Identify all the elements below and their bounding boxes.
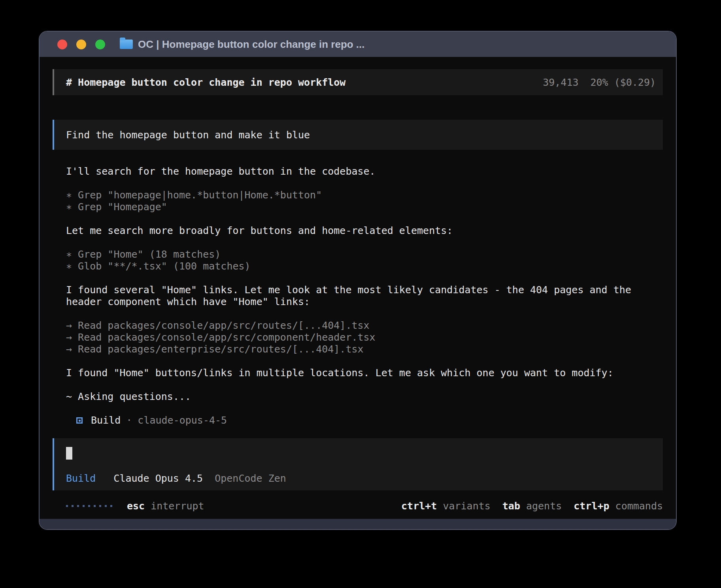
- tool-call-read: → Read packages/console/app/src/componen…: [66, 332, 643, 343]
- shortcut-group: ctrl+p commands: [574, 500, 663, 512]
- assistant-text: I found "Home" buttons/links in multiple…: [66, 367, 643, 379]
- close-button[interactable]: [57, 40, 67, 49]
- agent-separator: ·: [126, 415, 132, 426]
- spinner-dot: [105, 505, 107, 507]
- context-percent: 20%: [590, 77, 608, 88]
- window-footer: [40, 519, 676, 529]
- input-provider-label: OpenCode Zen: [215, 473, 286, 484]
- spinner-dot: [88, 505, 90, 507]
- zoom-button[interactable]: [95, 40, 105, 49]
- spinner-dots: [66, 505, 112, 507]
- session-title: # Homepage button color change in repo w…: [66, 77, 543, 88]
- shortcut-esc-label: interrupt: [151, 500, 204, 512]
- session-header: # Homepage button color change in repo w…: [53, 69, 663, 95]
- tool-call-grep: ∗ Grep "Homepage": [66, 201, 643, 213]
- input-mode-label[interactable]: Build: [66, 473, 96, 484]
- status-line: ~ Asking questions...: [66, 391, 643, 403]
- statusbar-right: ctrl+t variants tab agents ctrl+p comman…: [389, 500, 663, 512]
- spinner-dot: [94, 505, 96, 507]
- input-model-label[interactable]: Claude Opus 4.5: [113, 473, 203, 484]
- token-count: 39,413: [543, 77, 578, 88]
- spinner-dot: [99, 505, 101, 507]
- shortcut-group: tab agents: [502, 500, 562, 512]
- shortcut-ctrl-t: ctrl+t: [401, 500, 437, 512]
- terminal-content: # Homepage button color change in repo w…: [40, 57, 676, 512]
- spinner-dot: [83, 505, 85, 507]
- assistant-text: I found several "Home" links. Let me loo…: [66, 284, 643, 308]
- window-titlebar[interactable]: OC | Homepage button color change in rep…: [40, 32, 676, 57]
- shortcut-group: ctrl+t variants: [401, 500, 491, 512]
- status-bar: esc interrupt ctrl+t variants tab agents…: [53, 500, 663, 512]
- agent-badge: Build · claude-opus-4-5: [66, 415, 643, 426]
- user-message-text: Find the homepage button and make it blu…: [66, 129, 310, 141]
- build-agent-icon: [76, 417, 83, 424]
- shortcut-tab: tab: [502, 500, 520, 512]
- shortcut-ctrl-p: ctrl+p: [574, 500, 609, 512]
- input-footer: Build Claude Opus 4.5 OpenCode Zen: [66, 473, 286, 484]
- shortcut-ctrl-p-label: commands: [615, 500, 663, 512]
- assistant-text: Let me search more broadly for buttons a…: [66, 225, 643, 237]
- assistant-text: I'll search for the homepage button in t…: [66, 166, 643, 177]
- window-title: OC | Homepage button color change in rep…: [138, 38, 365, 51]
- shortcut-ctrl-t-label: variants: [443, 500, 490, 512]
- session-cost: ($0.29): [614, 77, 656, 88]
- agent-name: Build: [91, 415, 121, 426]
- tool-call-grep: ∗ Grep "homepage|home.*button|Home.*butt…: [66, 189, 643, 201]
- text-cursor: [66, 447, 72, 460]
- tool-call-grep: ∗ Grep "Home" (18 matches): [66, 249, 643, 260]
- tool-call-glob: ∗ Glob "**/*.tsx" (100 matches): [66, 260, 643, 272]
- spinner-dot: [72, 505, 74, 507]
- assistant-transcript: I'll search for the homepage button in t…: [53, 166, 643, 426]
- tool-call-read: → Read packages/console/app/src/routes/[…: [66, 320, 643, 332]
- prompt-input[interactable]: Build Claude Opus 4.5 OpenCode Zen: [53, 438, 663, 490]
- minimize-button[interactable]: [76, 40, 86, 49]
- terminal-window: OC | Homepage button color change in rep…: [39, 31, 677, 530]
- spinner-dot: [66, 505, 68, 507]
- agent-model: claude-opus-4-5: [138, 415, 227, 426]
- tool-call-read: → Read packages/enterprise/src/routes/[.…: [66, 343, 643, 355]
- spinner-dot: [110, 505, 112, 507]
- folder-icon: [120, 40, 133, 49]
- shortcut-esc: esc: [127, 500, 145, 512]
- spinner-dot: [77, 505, 79, 507]
- shortcut-tab-label: agents: [526, 500, 562, 512]
- user-message: Find the homepage button and make it blu…: [53, 120, 663, 150]
- session-meta: 39,41320%($0.29): [543, 77, 656, 88]
